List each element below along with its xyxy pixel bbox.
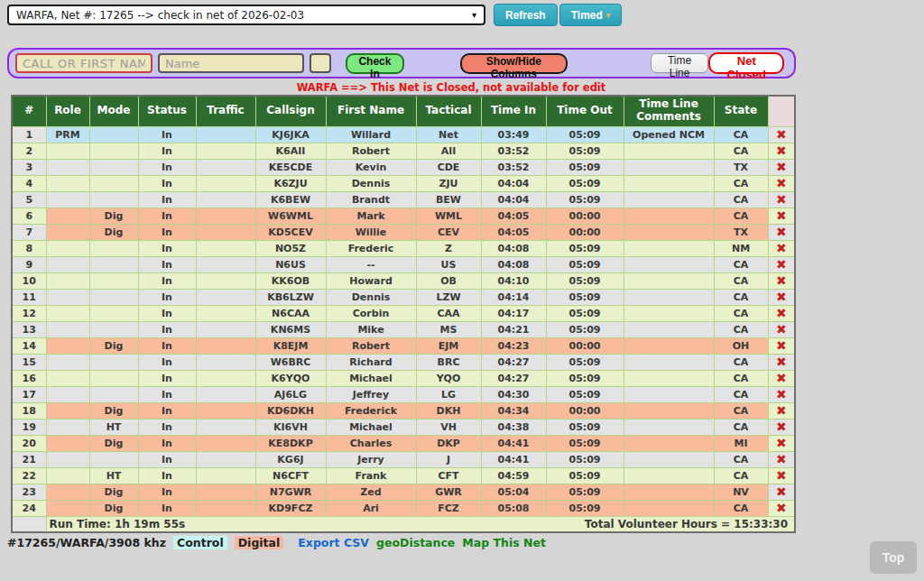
delete-icon[interactable]: ✖ [776,225,787,239]
cell-status: In [138,224,196,240]
cell-st: CA [714,370,768,386]
cell-first: Kevin [326,159,416,175]
cell-first: Mike [326,321,416,337]
table-row: 22HTInN6CFTFrankCFT04:5905:09CA✖ [12,467,795,484]
delete-cell: ✖ [768,224,795,240]
cell-tin: 03:52 [481,143,546,159]
delete-icon[interactable]: ✖ [776,436,787,450]
cell-role [46,484,89,500]
cell-status: In [138,370,196,386]
cell-tac: CDE [416,159,481,175]
delete-icon[interactable]: ✖ [776,273,787,288]
call-or-name-input[interactable] [15,53,152,73]
name-input[interactable] [158,53,304,73]
net-closed-button[interactable]: Net Closed [708,52,784,74]
net-selector-value: WARFA, Net #: 17265 --> check in net of … [16,9,472,22]
cell-call: N6CAA [255,305,326,321]
map-this-net-link[interactable]: Map This Net [462,536,546,549]
cell-n: 8 [12,240,46,256]
cell-traffic [196,354,255,370]
cell-tac: VH [416,419,481,435]
cell-n: 19 [12,419,46,435]
cell-mode [89,175,138,191]
cell-first: Zed [326,484,416,500]
geodistance-link[interactable]: geoDistance [376,536,455,549]
cell-first: Willard [326,126,416,143]
delete-icon[interactable]: ✖ [776,322,787,337]
delete-icon[interactable]: ✖ [776,257,787,272]
cell-mode: HT [89,467,138,484]
cell-cmt [624,143,714,159]
cell-st: NM [714,240,768,256]
cell-traffic [196,126,255,143]
table-row: 3InKE5CDEKevinCDE03:5205:09TX✖ [12,159,795,175]
delete-icon[interactable]: ✖ [776,355,787,369]
cell-status: In [138,500,196,516]
cell-status: In [138,191,196,208]
cell-st: CA [714,143,768,159]
small-input[interactable] [310,53,331,73]
check-in-button[interactable]: Check In [346,53,404,74]
cell-tac: AII [416,143,481,159]
table-row: 7DigInKD5CEVWillieCEV04:0500:00TX✖ [12,224,795,240]
export-csv-link[interactable]: Export CSV [298,536,369,549]
net-selector[interactable]: WARFA, Net #: 17265 --> check in net of … [7,5,485,25]
cell-role [46,435,89,451]
cell-cmt [624,175,714,191]
cell-first: Frank [326,467,416,484]
timed-dropdown-button[interactable]: Timed ▾ [559,4,623,26]
cell-tin: 04:27 [481,370,546,386]
cell-tin: 04:04 [481,175,546,191]
delete-icon[interactable]: ✖ [776,338,787,353]
cell-tin: 04:21 [481,321,546,337]
cell-tin: 04:38 [481,419,546,435]
cell-first: Richard [326,354,416,370]
delete-icon[interactable]: ✖ [776,160,787,174]
cell-st: CA [714,354,768,370]
show-hide-columns-button[interactable]: Show/Hide Columns [460,53,568,74]
delete-icon[interactable]: ✖ [776,290,787,304]
delete-cell: ✖ [768,500,795,516]
delete-icon[interactable]: ✖ [776,176,787,190]
cell-role [46,224,89,240]
delete-icon[interactable]: ✖ [776,192,787,207]
table-row: 11InKB6LZWDennisLZW04:1405:09CA✖ [12,289,795,305]
cell-call: N7GWR [255,484,326,500]
timed-label: Timed [571,9,603,22]
cell-n: 13 [12,321,46,337]
delete-icon[interactable]: ✖ [776,452,787,466]
delete-icon[interactable]: ✖ [776,468,787,483]
scroll-to-top-button[interactable]: Top [870,541,917,574]
cell-traffic [196,159,255,175]
table-row: 10InKK6OBHowardOB04:1005:09CA✖ [12,272,795,289]
cell-first: Frederick [326,402,416,419]
delete-icon[interactable]: ✖ [776,501,787,515]
cell-tin: 04:17 [481,305,546,321]
delete-icon[interactable]: ✖ [776,403,787,418]
delete-icon[interactable]: ✖ [776,127,787,142]
cell-st: CA [714,175,768,191]
cell-call: N6CFT [255,467,326,484]
cell-cmt [624,419,714,435]
delete-icon[interactable]: ✖ [776,484,787,499]
delete-icon[interactable]: ✖ [776,208,787,223]
bottom-bar: #17265/WARFA/3908 khz Control Digital Ex… [7,536,924,549]
cell-role [46,451,89,467]
cell-mode [89,289,138,305]
cell-mode: Dig [89,337,138,354]
cell-first: Corbin [326,305,416,321]
delete-icon[interactable]: ✖ [776,143,787,158]
time-line-button[interactable]: Time Line [651,53,709,73]
column-header: State [714,96,768,126]
cell-traffic [196,191,255,208]
delete-icon[interactable]: ✖ [776,306,787,320]
cell-call: KK6OB [255,272,326,289]
table-footer-row: Run Time: 1h 19m 55s Total Volunteer Hou… [12,516,795,532]
delete-icon[interactable]: ✖ [776,371,787,385]
delete-icon[interactable]: ✖ [776,241,787,255]
delete-cell: ✖ [768,159,795,175]
delete-icon[interactable]: ✖ [776,387,787,401]
cell-tin: 04:10 [481,272,546,289]
refresh-button[interactable]: Refresh [494,4,558,26]
delete-icon[interactable]: ✖ [776,420,787,434]
